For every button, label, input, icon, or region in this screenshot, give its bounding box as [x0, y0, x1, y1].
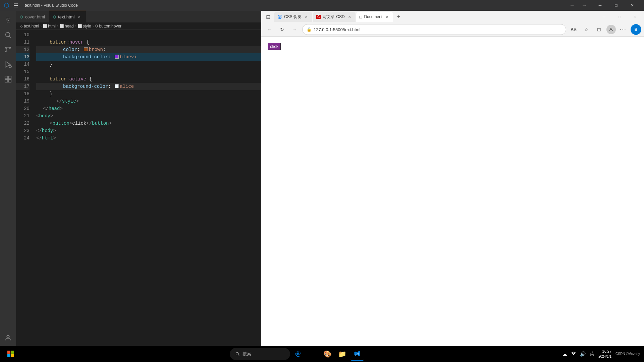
browser-minimize-btn[interactable]: ─: [596, 11, 612, 22]
hamburger-menu-icon[interactable]: ☰: [12, 1, 19, 10]
tab-close-btn[interactable]: ✕: [76, 14, 82, 19]
breadcrumb-html-icon: ⬜: [43, 24, 47, 28]
browser-tab-css-close[interactable]: ✕: [304, 14, 309, 19]
tray-network-icon[interactable]: [570, 350, 577, 358]
tab-favicon-document: □: [360, 14, 362, 19]
code-line-15: [36, 68, 261, 75]
taskbar: ⧉ 搜索 🛍 🎨 📁 ☁: [0, 346, 644, 362]
svg-rect-11: [5, 79, 8, 82]
breadcrumb-style-icon: ⬜: [78, 24, 82, 28]
browser-tab-document[interactable]: □ Document ✕: [356, 12, 393, 22]
svg-point-20: [610, 28, 612, 29]
color-swatch-brown[interactable]: [84, 47, 88, 51]
translate-btn[interactable]: Aあ: [568, 24, 579, 35]
close-btn[interactable]: ✕: [625, 0, 640, 11]
run-debug-icon[interactable]: [1, 58, 15, 71]
address-bar[interactable]: 🔒 127.0.0.1:5500/text.html: [302, 24, 566, 35]
tray-weather-icon[interactable]: ☁: [561, 350, 569, 358]
editor-pane: ◇ cover.html ◇ text.html ✕ ◇ text.html ›…: [16, 11, 261, 362]
search-icon[interactable]: [1, 28, 15, 42]
code-line-24: </html>: [36, 134, 261, 142]
extensions-icon[interactable]: [1, 72, 15, 86]
svg-line-26: [238, 355, 239, 356]
split-screen-btn[interactable]: ⊡: [594, 24, 604, 35]
taskbar-edge-btn[interactable]: [291, 347, 305, 361]
breadcrumb-button-hover[interactable]: ⬡ button:hover: [95, 24, 121, 28]
tab-favicon-csdn: C: [316, 15, 321, 19]
tab-text-html[interactable]: ◇ text.html ✕: [49, 11, 86, 22]
breadcrumb-html[interactable]: ⬜ html: [43, 24, 56, 28]
browser-tab-document-close[interactable]: ✕: [384, 14, 390, 19]
sidebar-toggle-btn[interactable]: ⊟: [263, 11, 273, 22]
files-icon[interactable]: ⎘: [1, 13, 15, 27]
color-swatch-aliceblue[interactable]: [115, 84, 119, 88]
taskbar-clock[interactable]: 16:27 2024/1/1: [598, 349, 611, 359]
browser-tab-csdn[interactable]: C 写文章-CSD ✕: [313, 12, 356, 22]
taskbar-vscode-btn[interactable]: [351, 347, 364, 361]
search-placeholder: 搜索: [243, 351, 251, 357]
favorites-btn[interactable]: ☆: [581, 24, 592, 35]
activity-bar: ⎘: [0, 11, 16, 362]
code-line-17: background-color: alice: [36, 83, 261, 90]
window-title: text.html - Visual Studio Code: [25, 3, 78, 8]
git-icon[interactable]: [1, 43, 15, 56]
code-line-14: }: [36, 61, 261, 68]
account-icon[interactable]: [1, 331, 15, 345]
browser-close-btn[interactable]: ✕: [627, 11, 643, 22]
browser-refresh-btn[interactable]: ↻: [277, 24, 287, 35]
browser-tab-css[interactable]: 🌀 CSS 伪类 ✕: [274, 12, 312, 22]
start-menu-btn[interactable]: [4, 347, 17, 361]
svg-marker-7: [6, 62, 10, 67]
new-tab-btn[interactable]: +: [394, 12, 403, 21]
svg-point-3: [9, 47, 11, 49]
more-options-btn[interactable]: ···: [618, 24, 629, 35]
html-file-icon: ◇: [20, 14, 23, 19]
browser-maximize-btn[interactable]: □: [612, 11, 627, 22]
tray-volume-icon[interactable]: 🔊: [579, 350, 587, 358]
code-line-12: color: brown;: [36, 46, 261, 53]
bing-copilot-btn[interactable]: B: [631, 24, 641, 35]
taskbar-folder-btn[interactable]: 📁: [336, 347, 349, 361]
svg-point-2: [6, 51, 7, 52]
tab-label: cover.html: [25, 14, 45, 19]
browser-tab-csdn-close[interactable]: ✕: [347, 14, 352, 19]
breadcrumb-style[interactable]: ⬜ style: [78, 24, 91, 28]
vscode-logo-icon: ⬡: [4, 2, 9, 9]
browser-pane: ⊟ 🌀 CSS 伪类 ✕ C 写文章-CSD ✕ □ Documen: [261, 11, 644, 362]
color-swatch-blueviolet[interactable]: [115, 55, 119, 59]
taskbar-paint-btn[interactable]: 🎨: [321, 347, 334, 361]
breadcrumb-head[interactable]: ⬜ head: [60, 24, 74, 28]
code-line-23: </body>: [36, 127, 261, 134]
minimize-btn[interactable]: ─: [592, 0, 608, 11]
code-line-19: </style>: [36, 98, 261, 105]
tab-cover-html[interactable]: ◇ cover.html: [16, 11, 49, 22]
svg-point-8: [9, 65, 11, 68]
search-bar[interactable]: 搜索: [230, 348, 290, 360]
address-text[interactable]: 127.0.0.1:5500/text.html: [314, 27, 562, 32]
svg-rect-21: [7, 351, 10, 354]
browser-tab-csdn-label: 写文章-CSD: [323, 14, 344, 20]
maximize-btn[interactable]: □: [608, 0, 624, 11]
task-view-btn[interactable]: ⧉: [215, 347, 228, 361]
code-line-21: <body>: [36, 112, 261, 120]
nav-forward-btn[interactable]: →: [579, 1, 590, 10]
click-button[interactable]: click: [268, 43, 280, 50]
breadcrumb-head-icon: ⬜: [60, 24, 64, 28]
code-text[interactable]: button:hover { color: brown; background-…: [33, 30, 261, 355]
taskbar-store-btn[interactable]: 🛍: [306, 347, 320, 361]
code-line-11: button:hover {: [36, 39, 261, 46]
browser-content: click: [261, 37, 644, 362]
browser-tab-document-label: Document: [364, 14, 382, 19]
profile-btn[interactable]: [606, 25, 616, 34]
svg-point-25: [236, 352, 238, 355]
tab-bar: ◇ cover.html ◇ text.html ✕: [16, 11, 261, 22]
browser-back-btn[interactable]: ←: [264, 24, 275, 35]
svg-rect-9: [5, 76, 8, 79]
nav-back-btn[interactable]: ←: [567, 1, 578, 10]
browser-tab-bar: ⊟ 🌀 CSS 伪类 ✕ C 写文章-CSD ✕ □ Documen: [261, 11, 644, 23]
tab-label-active: text.html: [58, 14, 74, 19]
breadcrumb-file[interactable]: ◇ text.html: [20, 24, 39, 28]
clock-time: 16:27: [598, 349, 611, 354]
input-method-indicator[interactable]: 英: [588, 350, 596, 358]
code-editor[interactable]: 10 11 12 13 14 15 16 17 18 19 20 21 22 2…: [16, 30, 261, 355]
